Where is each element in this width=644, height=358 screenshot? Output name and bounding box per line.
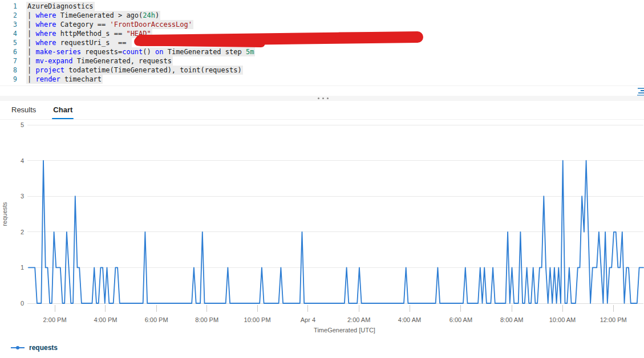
legend-marker-icon bbox=[10, 345, 25, 351]
line-number: 5 bbox=[0, 38, 17, 47]
code-line[interactable]: 1AzureDiagnostics bbox=[0, 2, 644, 11]
svg-text:2: 2 bbox=[21, 229, 24, 235]
svg-text:8:00 AM: 8:00 AM bbox=[500, 316, 523, 323]
tab-results[interactable]: Results bbox=[10, 102, 37, 119]
line-number: 4 bbox=[0, 29, 17, 38]
svg-text:0: 0 bbox=[21, 300, 24, 307]
svg-text:4: 4 bbox=[21, 157, 24, 164]
svg-text:4:00 PM: 4:00 PM bbox=[94, 316, 117, 323]
code-text: | render timechart bbox=[26, 75, 103, 84]
legend-label: requests bbox=[29, 344, 58, 352]
chart-legend[interactable]: requests bbox=[0, 339, 644, 352]
line-number: 8 bbox=[0, 66, 17, 75]
editor-results-divider bbox=[0, 86, 644, 101]
code-text: | where TimeGenerated > ago(24h) bbox=[26, 11, 160, 20]
svg-text:12:00 PM: 12:00 PM bbox=[600, 316, 627, 323]
line-number: 9 bbox=[0, 75, 17, 84]
code-text: | where requestUri_s == bbox=[26, 38, 132, 47]
code-text: | project todatetime(TimeGenerated), toi… bbox=[26, 66, 243, 75]
svg-text:4:00 AM: 4:00 AM bbox=[398, 316, 421, 323]
panel-resize-handle[interactable] bbox=[0, 96, 644, 101]
code-line[interactable]: 7| mv-expand TimeGenerated, requests bbox=[0, 56, 644, 66]
code-line[interactable]: 8| project todatetime(TimeGenerated), to… bbox=[0, 66, 644, 75]
line-number: 7 bbox=[0, 56, 17, 66]
svg-text:8:00 PM: 8:00 PM bbox=[195, 316, 218, 323]
query-editor[interactable]: 1AzureDiagnostics2| where TimeGenerated … bbox=[0, 0, 644, 86]
svg-text:2:00 PM: 2:00 PM bbox=[43, 316, 67, 323]
svg-text:2:00 AM: 2:00 AM bbox=[347, 316, 370, 323]
grip-dots-icon bbox=[322, 97, 324, 99]
svg-text:3: 3 bbox=[21, 193, 24, 200]
code-text: AzureDiagnostics bbox=[26, 2, 95, 11]
svg-text:1: 1 bbox=[21, 264, 24, 271]
code-line[interactable]: 9| render timechart bbox=[0, 75, 644, 84]
timechart-container: 0123452:00 PM4:00 PM6:00 PM8:00 PM10:00 … bbox=[0, 120, 644, 339]
list-icon[interactable] bbox=[635, 87, 644, 96]
svg-text:requests: requests bbox=[1, 202, 8, 226]
svg-text:10:00 AM: 10:00 AM bbox=[549, 316, 576, 323]
code-text: | where Category == 'FrontDoorAccessLog' bbox=[26, 20, 193, 29]
code-text: | where httpMethod_s == "HEAD" bbox=[26, 29, 152, 38]
code-text: | mv-expand TimeGenerated, requests bbox=[26, 56, 173, 66]
svg-text:TimeGenerated [UTC]: TimeGenerated [UTC] bbox=[314, 327, 375, 333]
line-number: 3 bbox=[0, 20, 17, 29]
tab-chart[interactable]: Chart bbox=[52, 102, 74, 119]
code-line[interactable]: 6| make-series requests=count() on TimeG… bbox=[0, 47, 644, 56]
svg-text:10:00 PM: 10:00 PM bbox=[244, 316, 271, 323]
svg-text:6:00 PM: 6:00 PM bbox=[145, 316, 168, 323]
code-line[interactable]: 2| where TimeGenerated > ago(24h) bbox=[0, 11, 644, 20]
svg-text:6:00 AM: 6:00 AM bbox=[449, 316, 472, 323]
line-number: 6 bbox=[0, 47, 17, 56]
svg-text:5: 5 bbox=[21, 121, 24, 128]
code-line[interactable]: 3| where Category == 'FrontDoorAccessLog… bbox=[0, 20, 644, 29]
timechart-plot[interactable]: 0123452:00 PM4:00 PM6:00 PM8:00 PM10:00 … bbox=[0, 120, 644, 339]
line-number: 2 bbox=[0, 11, 17, 20]
results-tab-bar: Results Chart bbox=[0, 101, 644, 120]
code-text: | make-series requests=count() on TimeGe… bbox=[26, 47, 255, 56]
svg-text:Apr 4: Apr 4 bbox=[301, 316, 315, 323]
line-number: 1 bbox=[0, 2, 17, 11]
